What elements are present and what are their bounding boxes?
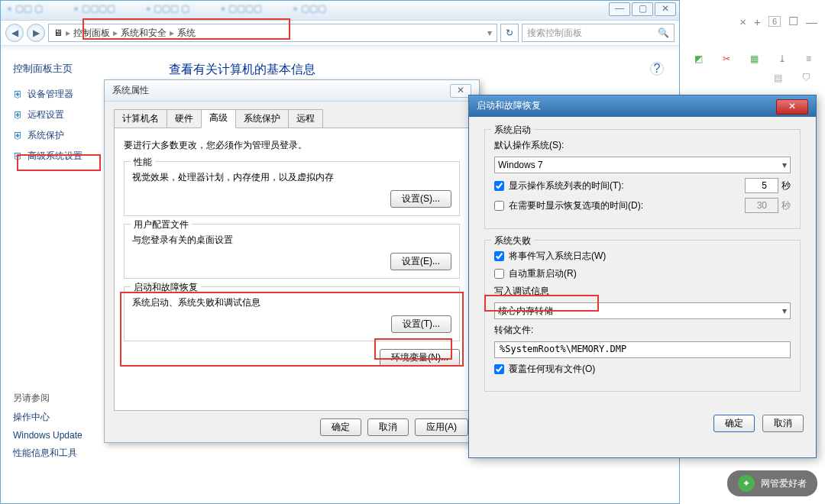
shield-icon: ⛨	[13, 89, 23, 100]
download-icon: ⤓	[778, 53, 786, 64]
forward-button[interactable]: ▶	[27, 24, 45, 42]
highlight-breadcrumb	[82, 18, 290, 40]
show-recovery-checkbox[interactable]	[494, 201, 504, 211]
cancel-button[interactable]: 取消	[762, 415, 804, 432]
close-button[interactable]: ✕	[776, 99, 808, 115]
search-placeholder: 搜索控制面板	[527, 27, 582, 40]
tab-hardware[interactable]: 硬件	[167, 109, 202, 128]
tab-protection[interactable]: 系统保护	[235, 109, 289, 128]
default-os-label: 默认操作系统(S):	[494, 139, 564, 152]
show-recovery-seconds	[745, 198, 778, 213]
chevron-down-icon: ▾	[782, 160, 787, 170]
background-browser-controls: × + 6 ☐ —	[688, 0, 825, 43]
close-icon: ×	[739, 15, 746, 28]
shield-icon: ⛉	[802, 73, 811, 95]
shield-icon: ⛨	[13, 109, 23, 121]
scissors-icon: ✂	[723, 53, 730, 64]
cancel-button[interactable]: 取消	[367, 418, 409, 436]
ok-button[interactable]: 确定	[320, 418, 361, 436]
ok-button[interactable]: 确定	[713, 415, 755, 432]
wechat-icon: ✦	[738, 475, 755, 492]
background-browser-toolbar: ◩ ✂ ▦ ⤓ ≡	[688, 47, 825, 70]
close-button[interactable]: ✕	[655, 2, 676, 16]
startup-recovery-dialog: 启动和故障恢复 ✕ 系统启动 默认操作系统(S): Windows 7 ▾ 显示…	[468, 95, 817, 458]
show-recovery-label: 在需要时显示恢复选项的时间(D):	[509, 199, 643, 212]
dialog-titlebar: 启动和故障恢复 ✕	[469, 95, 816, 117]
chevron-down-icon: ▾	[782, 305, 787, 316]
bookmark-icon: ☐	[788, 15, 798, 28]
admin-note: 要进行大多数更改，您必须作为管理员登录。	[124, 139, 460, 152]
group-title: 性能	[131, 156, 155, 169]
tab-strip: 计算机名 硬件 高级 系统保护 远程	[114, 109, 471, 128]
default-os-select[interactable]: Windows 7 ▾	[494, 157, 791, 173]
tab-computer-name[interactable]: 计算机名	[114, 109, 167, 128]
search-icon: 🔍	[658, 27, 669, 38]
blurred-tabs: ▢▢ ▢▢▢▢▢▢▢▢ ▢▢▢▢▢▢▢▢	[7, 3, 326, 14]
group-title: 系统失败	[491, 234, 534, 247]
show-list-seconds[interactable]	[745, 178, 778, 193]
tab-advanced[interactable]: 高级	[201, 109, 236, 128]
pc-icon: 🖥	[53, 27, 63, 38]
sidebar-home[interactable]: 控制面板主页	[13, 62, 146, 76]
dialog-titlebar: 系统属性 ✕	[105, 80, 479, 102]
dialog-title: 启动和故障恢复	[477, 99, 541, 113]
perf-desc: 视觉效果，处理器计划，内存使用，以及虚拟内存	[132, 171, 451, 184]
overwrite-label: 覆盖任何现有文件(O)	[509, 363, 595, 376]
system-properties-dialog: 系统属性 ✕ 计算机名 硬件 高级 系统保护 远程 要进行大多数更改，您必须作为…	[104, 79, 480, 443]
watermark: ✦ 网管爱好者	[727, 470, 817, 496]
dump-file-input[interactable]: %SystemRoot%\MEMORY.DMP	[494, 341, 791, 358]
plus-icon: +	[754, 15, 761, 28]
gamepad-icon: ▦	[750, 53, 759, 64]
menu-icon: ≡	[806, 53, 811, 64]
dialog-footer: 确定 取消	[469, 415, 816, 441]
auto-restart-label: 自动重新启动(R)	[509, 267, 577, 280]
divider	[1, 45, 679, 51]
search-input[interactable]: 搜索控制面板 🔍	[522, 24, 675, 42]
show-list-label: 显示操作系统列表的时间(T):	[509, 179, 624, 192]
page-icon: ▤	[774, 73, 782, 95]
apply-button[interactable]: 应用(A)	[415, 418, 468, 436]
maximize-button[interactable]: ▢	[632, 2, 653, 16]
highlight-advanced-link	[17, 154, 101, 171]
highlight-startup-button	[374, 338, 452, 360]
profile-settings-button[interactable]: 设置(E)...	[390, 253, 451, 270]
group-profile: 用户配置文件 与您登录有关的桌面设置 设置(E)...	[124, 224, 460, 279]
dialog-title: 系统属性	[112, 84, 149, 97]
highlight-auto-restart	[484, 295, 599, 312]
translate-icon: ◩	[694, 53, 703, 64]
group-system-failure: 系统失败 将事件写入系统日志(W) 自动重新启动(R) 写入调试信息 核心内存转…	[484, 240, 801, 392]
auto-restart-checkbox[interactable]	[494, 269, 504, 279]
help-icon[interactable]: ?	[650, 62, 664, 76]
minimize-icon: —	[806, 15, 817, 28]
perf-settings-button[interactable]: 设置(S)...	[390, 190, 451, 208]
link-performance[interactable]: 性能信息和工具	[13, 447, 146, 460]
group-performance: 性能 视觉效果，处理器计划，内存使用，以及虚拟内存 设置(S)...	[124, 161, 460, 216]
back-button[interactable]: ◀	[5, 24, 24, 42]
profile-desc: 与您登录有关的桌面设置	[132, 234, 451, 247]
show-list-checkbox[interactable]	[494, 181, 504, 191]
write-event-checkbox[interactable]	[494, 251, 504, 261]
minimize-button[interactable]: —	[609, 2, 630, 16]
tab-count: 6	[768, 16, 781, 27]
group-title: 用户配置文件	[131, 218, 192, 231]
dialog-footer: 确定 取消 应用(A)	[105, 411, 479, 444]
tab-content: 要进行大多数更改，您必须作为管理员登录。 性能 视觉效果，处理器计划，内存使用，…	[114, 128, 470, 411]
chevron-down-icon[interactable]: ▾	[487, 27, 492, 38]
write-event-label: 将事件写入系统日志(W)	[509, 250, 606, 263]
overwrite-checkbox[interactable]	[494, 364, 504, 374]
refresh-button[interactable]: ↻	[500, 24, 519, 42]
background-row-3: ▤ ⛉	[688, 73, 825, 95]
group-title: 系统启动	[491, 124, 534, 137]
group-system-boot: 系统启动 默认操作系统(S): Windows 7 ▾ 显示操作系统列表的时间(…	[484, 129, 801, 229]
tab-remote[interactable]: 远程	[288, 109, 323, 128]
page-heading: 查看有关计算机的基本信息	[169, 62, 664, 78]
shield-icon: ⛨	[13, 130, 23, 141]
dump-file-label: 转储文件:	[494, 324, 533, 337]
